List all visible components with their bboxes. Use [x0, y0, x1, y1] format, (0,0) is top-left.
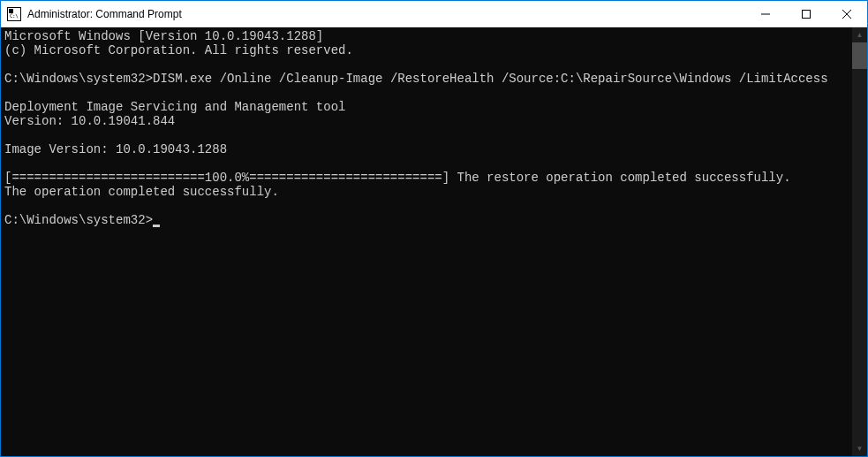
- maximize-button[interactable]: [786, 1, 826, 27]
- prompt-2: C:\Windows\system32>: [4, 213, 153, 227]
- scroll-down-arrow-icon[interactable]: ▼: [852, 441, 867, 456]
- cursor: [153, 225, 160, 227]
- banner-line-1: Microsoft Windows [Version 10.0.19043.12…: [4, 29, 323, 43]
- window-controls: [745, 1, 867, 27]
- console-area: Microsoft Windows [Version 10.0.19043.12…: [1, 27, 867, 456]
- completed-line: The operation completed successfully.: [4, 185, 279, 199]
- console-output[interactable]: Microsoft Windows [Version 10.0.19043.12…: [1, 27, 852, 456]
- close-icon: [842, 10, 851, 19]
- window-title: Administrator: Command Prompt: [27, 8, 745, 20]
- minimize-icon: [761, 10, 770, 19]
- titlebar[interactable]: Administrator: Command Prompt: [1, 1, 867, 27]
- dism-tool-title: Deployment Image Servicing and Managemen…: [4, 100, 345, 114]
- maximize-icon: [802, 10, 811, 19]
- vertical-scrollbar[interactable]: ▲ ▼: [852, 27, 867, 456]
- dism-tool-version: Version: 10.0.19041.844: [4, 114, 175, 128]
- banner-line-2: (c) Microsoft Corporation. All rights re…: [4, 43, 353, 57]
- progress-bar-line: [==========================100.0%=======…: [4, 171, 791, 185]
- minimize-button[interactable]: [745, 1, 786, 27]
- command-1: DISM.exe /Online /Cleanup-Image /Restore…: [153, 72, 828, 86]
- image-version: Image Version: 10.0.19043.1288: [4, 142, 227, 156]
- scroll-thumb[interactable]: [852, 42, 867, 69]
- cmd-icon: [7, 7, 21, 21]
- scroll-up-arrow-icon[interactable]: ▲: [852, 27, 867, 42]
- command-prompt-window: Administrator: Command Prompt Microsoft …: [1, 1, 867, 456]
- svg-rect-1: [803, 10, 811, 18]
- scroll-track[interactable]: [852, 42, 867, 441]
- close-button[interactable]: [826, 1, 867, 27]
- prompt-1: C:\Windows\system32>: [4, 72, 153, 86]
